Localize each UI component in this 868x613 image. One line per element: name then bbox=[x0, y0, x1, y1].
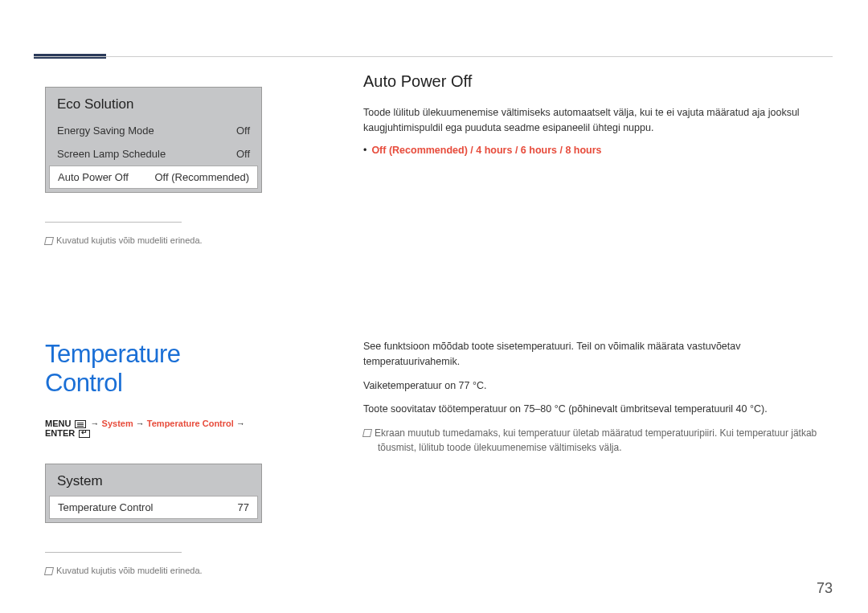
divider bbox=[45, 552, 182, 553]
system-box-title: System bbox=[46, 464, 261, 496]
menu-row: Energy Saving Mode Off bbox=[46, 119, 261, 142]
menu-path-enter: ENTER bbox=[45, 428, 75, 438]
page-number: 73 bbox=[817, 580, 833, 597]
temperature-control-heading: Temperature Control bbox=[45, 340, 262, 398]
menu-row-label: Temperature Control bbox=[58, 501, 154, 513]
arrow-icon: → bbox=[236, 419, 245, 428]
menu-row-value: Off (Recommended) bbox=[154, 171, 249, 183]
menu-row-value: Off bbox=[236, 148, 250, 160]
note-icon bbox=[362, 429, 372, 437]
menu-row-value: 77 bbox=[238, 501, 249, 513]
disclaimer-text: Kuvatud kujutis võib mudeliti erineda. bbox=[56, 566, 203, 575]
temp-desc-note: Ekraan muutub tumedamaks, kui temperatuu… bbox=[363, 426, 833, 455]
right-column-bottom: See funktsioon mõõdab toote sisetemperat… bbox=[363, 339, 833, 455]
auto-power-off-options: •Off (Recommended) / 4 hours / 6 hours /… bbox=[363, 145, 833, 156]
menu-row: Screen Lamp Schedule Off bbox=[46, 142, 261, 166]
disclaimer-note: Kuvatud kujutis võib mudeliti erineda. bbox=[45, 566, 262, 575]
disclaimer-note: Kuvatud kujutis võib mudeliti erineda. bbox=[45, 235, 262, 245]
menu-path: MENU → System → Temperature Control → EN… bbox=[45, 419, 262, 438]
menu-row-label: Energy Saving Mode bbox=[57, 125, 154, 137]
menu-path-temp: Temperature Control bbox=[147, 419, 234, 428]
menu-row-label: Screen Lamp Schedule bbox=[57, 148, 166, 160]
left-column: Eco Solution Energy Saving Mode Off Scre… bbox=[45, 87, 262, 575]
eco-solution-title: Eco Solution bbox=[46, 88, 261, 119]
note-icon bbox=[44, 237, 54, 245]
arrow-icon: → bbox=[91, 419, 100, 428]
menu-icon bbox=[75, 420, 86, 428]
temp-desc-p2: Vaiketemperatuur on 77 °C. bbox=[363, 378, 833, 394]
divider bbox=[45, 222, 182, 223]
menu-row-value: Off bbox=[236, 125, 250, 137]
menu-row-selected: Temperature Control 77 bbox=[49, 496, 258, 519]
enter-icon bbox=[79, 430, 90, 438]
menu-row-label: Auto Power Off bbox=[58, 171, 129, 183]
arrow-icon: → bbox=[136, 419, 145, 428]
options-text: Off (Recommended) / 4 hours / 6 hours / … bbox=[371, 145, 601, 156]
right-column-top: Auto Power Off Toode lülitub ülekuumenem… bbox=[363, 72, 833, 156]
menu-path-menu: MENU bbox=[45, 419, 71, 428]
bullet-icon: • bbox=[363, 145, 366, 156]
header-rule bbox=[34, 56, 833, 57]
system-box: System Temperature Control 77 bbox=[45, 464, 262, 523]
disclaimer-text: Kuvatud kujutis võib mudeliti erineda. bbox=[56, 235, 203, 245]
auto-power-off-body: Toode lülitub ülekuumenemise vältimiseks… bbox=[363, 105, 833, 137]
menu-row-selected: Auto Power Off Off (Recommended) bbox=[49, 166, 258, 189]
auto-power-off-heading: Auto Power Off bbox=[363, 72, 833, 91]
temp-note-text: Ekraan muutub tumedamaks, kui temperatuu… bbox=[375, 427, 817, 453]
note-icon bbox=[44, 567, 54, 575]
menu-path-system: System bbox=[102, 419, 133, 428]
temp-desc-p3: Toote soovitatav töötemperatuur on 75–80… bbox=[363, 402, 833, 417]
eco-solution-box: Eco Solution Energy Saving Mode Off Scre… bbox=[45, 87, 262, 193]
temp-desc-p1: See funktsioon mõõdab toote sisetemperat… bbox=[363, 339, 833, 370]
